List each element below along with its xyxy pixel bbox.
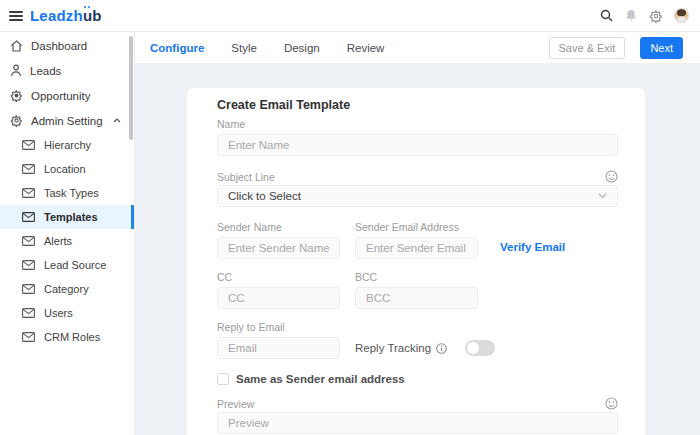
wizard-tabbar: Configure Style Design Review Save & Exi… [135, 32, 700, 64]
subject-select-value: Click to Select [228, 190, 301, 202]
subject-label-row: Subject Line [217, 170, 618, 183]
reply-tracking-label: Reply Tracking [355, 342, 431, 354]
sidebar-item-label: Location [44, 163, 86, 175]
search-icon[interactable] [599, 9, 613, 23]
main-area: Configure Style Design Review Save & Exi… [135, 32, 700, 435]
name-label: Name [217, 118, 618, 130]
cc-field: CC [217, 271, 340, 309]
sidebar-item-location[interactable]: Location [0, 157, 134, 181]
emoji-icon[interactable] [605, 397, 618, 410]
sidebar-item-label: Users [44, 307, 73, 319]
create-template-card: Create Email Template Name Subject Line … [187, 88, 645, 435]
person-icon [10, 64, 22, 77]
reply-tracking-toggle[interactable] [465, 340, 495, 356]
sidebar-item-label: Dashboard [31, 40, 87, 52]
avatar[interactable] [674, 8, 689, 23]
tab-configure[interactable]: Configure [150, 42, 204, 54]
home-icon [10, 40, 23, 52]
sidebar-item-hierarchy[interactable]: Hierarchy [0, 133, 134, 157]
preview-input[interactable] [217, 412, 618, 434]
logo-u-dots [84, 6, 86, 8]
preview-label-row: Preview [217, 397, 618, 410]
envelope-icon [22, 308, 35, 318]
sidebar-item-opportunity[interactable]: Opportunity [0, 83, 134, 108]
sender-email-field: Sender Email Address [355, 221, 478, 259]
cc-bcc-row: CC BCC [217, 271, 618, 309]
tab-review[interactable]: Review [347, 42, 385, 54]
envelope-icon [22, 188, 35, 198]
target-gear-icon [10, 89, 23, 102]
sender-email-input[interactable] [355, 237, 478, 259]
same-as-sender-checkbox[interactable] [217, 373, 229, 385]
sender-name-label: Sender Name [217, 221, 340, 233]
verify-email-link[interactable]: Verify Email [500, 241, 565, 253]
sidebar-item-label: Hierarchy [44, 139, 91, 151]
reply-tracking-group: Reply Tracking [355, 340, 495, 356]
tab-design[interactable]: Design [284, 42, 320, 54]
emoji-icon[interactable] [605, 170, 618, 183]
cc-label: CC [217, 271, 340, 283]
sidebar-item-alerts[interactable]: Alerts [0, 229, 134, 253]
sidebar-item-task-types[interactable]: Task Types [0, 181, 134, 205]
sidebar-item-label: Opportunity [31, 90, 90, 102]
reply-to-label: Reply to Email [217, 321, 340, 333]
preview-label: Preview [217, 398, 254, 410]
info-icon[interactable] [436, 343, 447, 354]
envelope-icon [22, 140, 35, 150]
page-title: Create Email Template [217, 98, 618, 112]
sender-name-field: Sender Name [217, 221, 340, 259]
sidebar-item-lead-source[interactable]: Lead Source [0, 253, 134, 277]
chevron-down-icon [598, 193, 607, 199]
sidebar-item-leads[interactable]: Leads [0, 58, 134, 83]
sidebar-item-label: Alerts [44, 235, 72, 247]
bell-icon[interactable] [624, 9, 638, 23]
sender-name-input[interactable] [217, 237, 340, 259]
bcc-input[interactable] [355, 287, 478, 309]
envelope-icon [22, 284, 35, 294]
bcc-label: BCC [355, 271, 478, 283]
sidebar-item-label: Leads [30, 65, 61, 77]
sidebar-item-crm-roles[interactable]: CRM Roles [0, 325, 134, 349]
envelope-icon [22, 260, 35, 270]
gear-icon[interactable] [649, 9, 663, 23]
reply-row: Reply to Email Reply Tracking [217, 321, 618, 359]
sidebar-sub-nav: Hierarchy Location Task Types Templates … [0, 133, 134, 349]
sidebar-item-admin-setting[interactable]: Admin Setting [0, 108, 134, 133]
logo-text-primary: Leadzh [30, 7, 83, 24]
sidebar-scrollbar[interactable] [129, 36, 133, 140]
subject-line-label: Subject Line [217, 171, 275, 183]
menu-icon[interactable] [9, 11, 23, 21]
subject-select[interactable]: Click to Select [217, 185, 618, 207]
gear-icon [10, 114, 23, 127]
sender-row: Sender Name Sender Email Address Verify … [217, 221, 618, 259]
reply-to-field: Reply to Email [217, 321, 340, 359]
same-as-sender-label: Same as Sender email address [236, 373, 405, 385]
logo-text-secondary: ub [83, 7, 102, 24]
sidebar-item-dashboard[interactable]: Dashboard [0, 33, 134, 58]
envelope-icon [22, 332, 35, 342]
toggle-knob [467, 342, 479, 354]
sidebar-main-nav: Dashboard Leads Opportunity Admin Settin… [0, 32, 134, 133]
sidebar-item-label: Lead Source [44, 259, 106, 271]
name-input[interactable] [217, 134, 618, 156]
envelope-icon [22, 164, 35, 174]
app-logo: Leadzhub [30, 7, 102, 24]
sidebar: Dashboard Leads Opportunity Admin Settin… [0, 32, 135, 435]
sidebar-item-templates[interactable]: Templates [0, 205, 134, 229]
reply-to-input[interactable] [217, 337, 340, 359]
sidebar-item-label: CRM Roles [44, 331, 100, 343]
sidebar-item-label: Task Types [44, 187, 99, 199]
sidebar-item-label: Category [44, 283, 89, 295]
envelope-icon [22, 212, 35, 222]
same-as-sender-row: Same as Sender email address [217, 373, 618, 385]
bcc-field: BCC [355, 271, 478, 309]
tab-style[interactable]: Style [231, 42, 257, 54]
sidebar-item-label: Templates [44, 211, 98, 223]
cc-input[interactable] [217, 287, 340, 309]
next-button[interactable]: Next [640, 37, 683, 59]
sidebar-item-users[interactable]: Users [0, 301, 134, 325]
save-exit-button[interactable]: Save & Exit [549, 37, 626, 59]
sender-email-label: Sender Email Address [355, 221, 478, 233]
header-actions [599, 8, 700, 23]
sidebar-item-category[interactable]: Category [0, 277, 134, 301]
